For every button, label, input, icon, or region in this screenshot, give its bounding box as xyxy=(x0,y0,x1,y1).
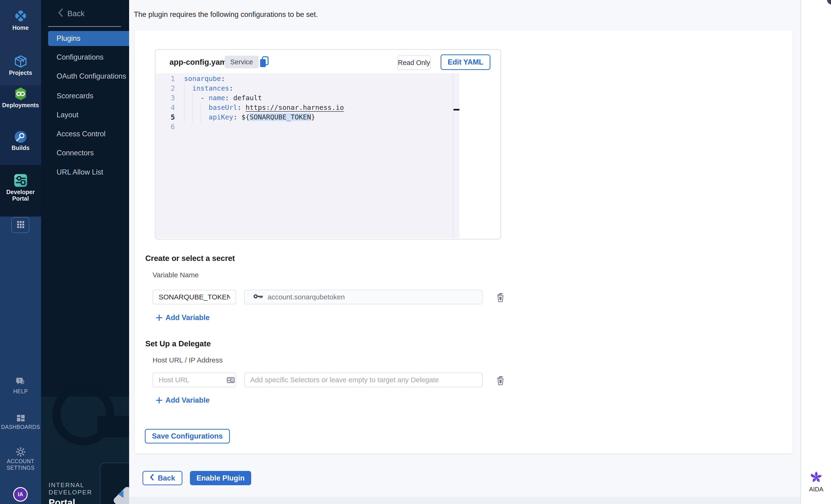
sidebar-back-button[interactable]: Back xyxy=(58,8,85,19)
secret-reference-value: account.sonarqubetoken xyxy=(267,293,345,301)
service-badge: Service xyxy=(225,56,259,68)
save-configurations-button[interactable]: Save Configurations xyxy=(145,429,230,443)
rail-item-account-settings[interactable]: ACCOUNT SETTINGS xyxy=(0,447,41,471)
builds-ci-icon xyxy=(0,130,41,145)
sidebar-item-scorecards[interactable]: Scorecards xyxy=(48,89,129,103)
delete-delegate-row-button[interactable] xyxy=(495,375,506,386)
rail-item-label: HELP xyxy=(0,388,41,395)
rail-item-label: Builds xyxy=(0,145,41,151)
indent-guide xyxy=(200,103,201,122)
sidebar-item-label: Configurations xyxy=(57,53,104,61)
dashboards-icon xyxy=(0,413,41,424)
rail-item-help[interactable]: ? HELP xyxy=(0,376,41,395)
back-button[interactable]: Back xyxy=(142,471,182,485)
indent-guide xyxy=(192,93,193,122)
rail-item-deployments[interactable]: Deployments xyxy=(0,87,41,109)
rail-item-label: ACCOUNT xyxy=(0,458,41,465)
avatar-initials: IA xyxy=(18,491,23,498)
back-label: Back xyxy=(67,9,85,18)
secret-reference-field[interactable]: account.sonarqubetoken xyxy=(244,290,483,304)
gear-icon xyxy=(0,447,41,458)
rail-item-dashboards[interactable]: DASHBOARDS xyxy=(0,413,41,430)
help-chat-icon: ? xyxy=(0,376,41,388)
rail-item-label: Home xyxy=(0,24,41,31)
rail-item-developer-portal[interactable]: Developer Portal xyxy=(0,173,41,202)
sidebar-item-label: Plugins xyxy=(57,34,81,43)
right-panel-strip xyxy=(801,0,831,504)
add-variable-link-delegate[interactable]: Add Variable xyxy=(156,396,210,405)
secret-section-title: Create or select a secret xyxy=(145,254,235,263)
sidebar-item-oauth-configurations[interactable]: OAuth Configurations xyxy=(48,69,129,83)
brand-line2: Portal xyxy=(49,498,129,504)
grid-icon xyxy=(0,220,41,230)
svg-text:?: ? xyxy=(18,379,21,383)
sidebar-item-label: Access Control xyxy=(57,130,106,138)
indent-guide xyxy=(184,84,184,122)
rail-item-label: Deployments xyxy=(0,102,41,109)
sidebar-item-plugins[interactable]: Plugins xyxy=(48,31,129,46)
harness-home-icon xyxy=(0,8,41,24)
footer-band xyxy=(129,497,801,504)
deployments-cd-icon xyxy=(0,87,41,102)
add-variable-link-secret[interactable]: Add Variable xyxy=(156,314,210,322)
sidebar-item-label: Connectors xyxy=(57,149,94,157)
delegate-selector-input[interactable] xyxy=(244,373,483,387)
yaml-filename: app-config.yaml xyxy=(170,58,229,67)
variable-name-label: Variable Name xyxy=(152,271,199,279)
editor-code[interactable]: sonarqube: instances: - name: default ba… xyxy=(155,74,453,131)
rail-item-label: DASHBOARDS xyxy=(0,424,41,430)
delete-variable-button[interactable] xyxy=(495,292,506,303)
read-only-badge: Read Only xyxy=(397,55,431,70)
variable-name-input[interactable] xyxy=(152,290,236,304)
sidebar-item-configurations[interactable]: Configurations xyxy=(48,50,129,64)
editor-scrollbar-marker xyxy=(454,109,459,111)
user-avatar[interactable]: IA xyxy=(13,487,28,502)
chevron-left-icon xyxy=(58,8,64,19)
rail-item-label: SETTINGS xyxy=(0,465,41,471)
edit-yaml-button[interactable]: Edit YAML xyxy=(440,54,490,70)
sidebar-item-label: Layout xyxy=(57,111,78,119)
sidebar-divider xyxy=(48,26,121,27)
app-window: Home Projects Deployments Builds Develop xyxy=(0,0,831,504)
key-icon xyxy=(253,293,263,301)
settings-sidebar: Back Plugins Configurations OAuth Config… xyxy=(41,0,129,504)
aida-assistant-button[interactable]: AIDA xyxy=(806,471,827,493)
intro-text: The plugin requires the following config… xyxy=(134,10,318,19)
module-rail: Home Projects Deployments Builds Develop xyxy=(0,0,41,504)
sidebar-item-layout[interactable]: Layout xyxy=(48,108,129,122)
sidebar-item-connectors[interactable]: Connectors xyxy=(48,146,129,160)
host-url-label: Host URL / IP Address xyxy=(152,356,223,364)
add-variable-label: Add Variable xyxy=(166,396,210,405)
developer-portal-icon xyxy=(0,173,41,189)
copy-icon[interactable] xyxy=(259,56,269,69)
sidebar-item-label: OAuth Configurations xyxy=(57,72,126,81)
sidebar-item-label: URL Allow List xyxy=(57,168,103,176)
rail-item-projects[interactable]: Projects xyxy=(0,54,41,76)
module-picker-button[interactable] xyxy=(0,220,41,230)
chevron-left-icon xyxy=(150,474,154,482)
rail-item-home[interactable]: Home xyxy=(0,8,41,31)
rail-item-builds[interactable]: Builds xyxy=(0,130,41,151)
back-button-label: Back xyxy=(158,474,175,482)
aida-label: AIDA xyxy=(806,486,827,493)
brand: INTERNAL DEVELOPER Portal xyxy=(49,481,129,504)
host-url-input[interactable] xyxy=(152,373,236,387)
sidebar-illustration-band xyxy=(97,416,129,437)
add-variable-label: Add Variable xyxy=(166,314,210,322)
editor-scrollbar-track[interactable] xyxy=(453,73,453,238)
sidebar-item-url-allow-list[interactable]: URL Allow List xyxy=(48,165,129,179)
brand-line1: INTERNAL DEVELOPER xyxy=(49,481,129,496)
plus-icon xyxy=(156,315,162,321)
plus-icon xyxy=(156,397,162,403)
aida-flower-icon xyxy=(810,480,822,484)
delegate-section-title: Set Up a Delegate xyxy=(145,339,211,348)
sidebar-item-access-control[interactable]: Access Control xyxy=(48,127,129,141)
projects-cube-icon xyxy=(0,54,41,69)
rail-item-label: Projects xyxy=(0,69,41,76)
enable-plugin-button[interactable]: Enable Plugin xyxy=(190,471,251,485)
rail-item-label: Developer Portal xyxy=(5,189,36,202)
sidebar-item-label: Scorecards xyxy=(57,92,93,100)
